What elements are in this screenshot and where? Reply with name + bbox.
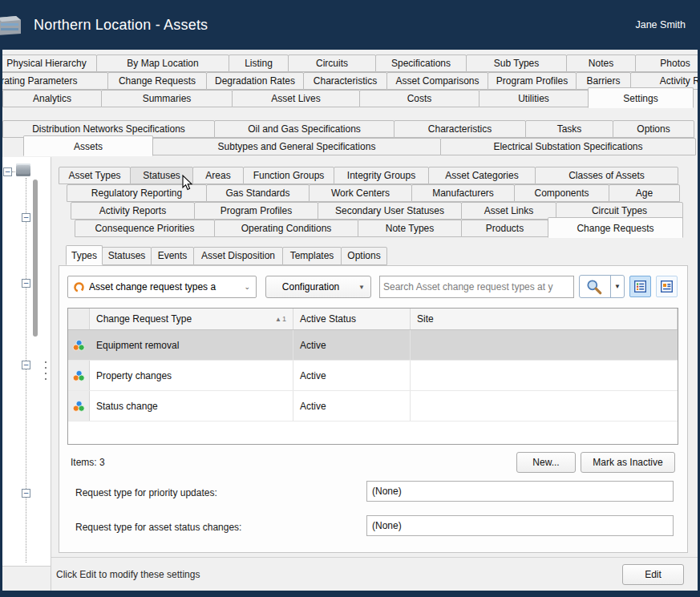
tab-characteristics-settings[interactable]: Characteristics	[394, 120, 526, 138]
tab-settings[interactable]: Settings	[588, 87, 694, 108]
list-view-button[interactable]	[629, 276, 651, 297]
priority-updates-value-box[interactable]: (None)	[366, 481, 674, 502]
tab-degradation-rates[interactable]: Degradation Rates	[206, 72, 304, 90]
tab-subtypes-and-general-specifications[interactable]: Subtypes and General Specifications	[152, 138, 441, 155]
change-request-type-icon	[72, 400, 85, 413]
column-header-label: Site	[417, 313, 434, 325]
column-header-site[interactable]: Site	[411, 309, 678, 329]
tab-specifications[interactable]: Specifications	[375, 54, 467, 72]
tab-program-profiles-settings[interactable]: Program Profiles	[194, 202, 318, 220]
column-header-active-status[interactable]: Active Status	[293, 309, 411, 329]
priority-updates-label: Request type for priority updates:	[75, 487, 217, 498]
column-header-label: Active Status	[300, 313, 356, 325]
tab-areas[interactable]: Areas	[192, 167, 244, 184]
column-header-change-request-type[interactable]: Change Request Type ▲1	[90, 309, 293, 329]
splitter-handle-icon[interactable]	[45, 361, 47, 380]
tab-age[interactable]: Age	[609, 184, 680, 202]
tab-summaries[interactable]: Summaries	[101, 90, 233, 107]
search-options-caret-icon[interactable]: ▼	[611, 283, 624, 290]
icon-column-header[interactable]	[68, 309, 90, 329]
table-row[interactable]: Equipment removal Active	[68, 330, 678, 361]
subtab-types[interactable]: Types	[66, 245, 103, 265]
tree-root-node-icon[interactable]	[16, 163, 30, 176]
edit-button[interactable]: Edit	[622, 564, 684, 585]
search-button[interactable]: ▼	[579, 275, 625, 298]
tab-asset-lives[interactable]: Asset Lives	[232, 90, 360, 107]
tab-by-map-location[interactable]: By Map Location	[96, 54, 229, 72]
scope-combo-value: Asset change request types a	[89, 281, 241, 292]
tab-physical-hierarchy[interactable]: Physical Hierarchy	[2, 54, 97, 72]
cell-type: Equipment removal	[90, 330, 293, 360]
table-row[interactable]: Status change Active	[68, 391, 678, 422]
window-title: Northern Location - Assets	[34, 17, 208, 34]
tab-asset-comparisons[interactable]: Asset Comparisons	[386, 72, 488, 90]
cell-site	[411, 391, 678, 421]
mark-as-inactive-button[interactable]: Mark as Inactive	[581, 452, 675, 473]
tab-program-profiles[interactable]: Program Profiles	[488, 72, 577, 90]
tab-circuits[interactable]: Circuits	[288, 54, 376, 72]
settings-panel: Asset Types Statuses Areas Function Grou…	[51, 157, 698, 591]
tab-classes-of-assets[interactable]: Classes of Assets	[535, 167, 678, 184]
search-icon	[585, 278, 603, 296]
tab-asset-categories[interactable]: Asset Categories	[428, 167, 536, 184]
tree-branch-line	[26, 178, 26, 563]
scope-combo[interactable]: Asset change request types a ⌄	[67, 276, 257, 298]
tab-sub-types[interactable]: Sub Types	[466, 54, 567, 72]
tab-operating-parameters[interactable]: Operating Parameters	[2, 72, 108, 90]
tab-analytics[interactable]: Analytics	[2, 90, 102, 107]
tab-utilities[interactable]: Utilities	[479, 90, 589, 107]
tab-function-groups[interactable]: Function Groups	[243, 167, 334, 184]
tab-change-requests-settings[interactable]: Change Requests	[548, 217, 683, 238]
table-row[interactable]: Property changes Active	[68, 361, 678, 391]
new-button[interactable]: New...	[516, 452, 576, 473]
types-page: Asset change request types a ⌄ Configura…	[59, 265, 688, 553]
tab-work-centers[interactable]: Work Centers	[309, 184, 412, 202]
change-request-type-icon	[72, 339, 85, 352]
tree-node-expander-icon[interactable]: –	[22, 489, 30, 498]
tree-scrollbar-thumb[interactable]	[33, 180, 38, 337]
subtab-templates[interactable]: Templates	[282, 247, 342, 265]
tab-gas-standards[interactable]: Gas Standards	[206, 184, 310, 202]
tab-components[interactable]: Components	[514, 184, 609, 202]
tab-consequence-priorities[interactable]: Consequence Priorities	[75, 220, 215, 237]
tab-activity-reports-settings[interactable]: Activity Reports	[71, 202, 195, 220]
tab-oil-and-gas-specifications[interactable]: Oil and Gas Specifications	[214, 120, 395, 138]
search-input[interactable]	[379, 276, 574, 298]
subtab-options[interactable]: Options	[341, 247, 387, 265]
sort-ascending-icon: ▲1	[275, 315, 286, 323]
tab-characteristics[interactable]: Characteristics	[303, 72, 387, 90]
tab-assets[interactable]: Assets	[23, 135, 153, 156]
subtab-statuses[interactable]: Statuses	[102, 247, 152, 265]
tab-asset-links[interactable]: Asset Links	[461, 202, 556, 220]
tree-node-expander-icon[interactable]: –	[22, 213, 30, 222]
tab-asset-types[interactable]: Asset Types	[59, 167, 131, 184]
tab-electrical-substation-specifications[interactable]: Electrical Substation Specifications	[440, 138, 696, 155]
tab-manufacturers[interactable]: Manufacturers	[411, 184, 515, 202]
panel-footer: Click Edit to modify these settings Edit	[51, 557, 698, 591]
tab-change-requests[interactable]: Change Requests	[107, 72, 207, 90]
tree-node-expander-icon[interactable]: –	[22, 361, 30, 369]
tab-notes[interactable]: Notes	[566, 54, 636, 72]
configuration-button[interactable]: Configuration ▼	[265, 276, 371, 298]
tab-products[interactable]: Products	[461, 220, 548, 237]
tab-secondary-user-statuses[interactable]: Secondary User Statuses	[318, 202, 462, 220]
tab-row-spacer	[2, 138, 23, 156]
asset-status-changes-label: Request type for asset status changes:	[75, 522, 241, 533]
details-view-button[interactable]	[656, 276, 678, 297]
tab-options[interactable]: Options	[613, 120, 694, 138]
subtab-asset-disposition[interactable]: Asset Disposition	[193, 247, 283, 265]
tab-operating-conditions[interactable]: Operating Conditions	[214, 220, 358, 237]
details-view-icon	[661, 280, 673, 292]
tab-note-types[interactable]: Note Types	[358, 220, 462, 237]
app-icon	[0, 13, 26, 37]
tab-listing[interactable]: Listing	[229, 54, 289, 72]
tab-integrity-groups[interactable]: Integrity Groups	[334, 167, 429, 184]
tree-root-expander-icon[interactable]: –	[3, 167, 12, 176]
tab-photos[interactable]: Photos	[635, 54, 698, 72]
asset-status-changes-value-box[interactable]: (None)	[366, 515, 674, 536]
tab-costs[interactable]: Costs	[359, 90, 479, 107]
tab-tasks[interactable]: Tasks	[525, 120, 613, 138]
subtab-events[interactable]: Events	[151, 247, 194, 265]
cell-type: Status change	[90, 391, 293, 421]
tree-node-expander-icon[interactable]: –	[22, 279, 30, 288]
